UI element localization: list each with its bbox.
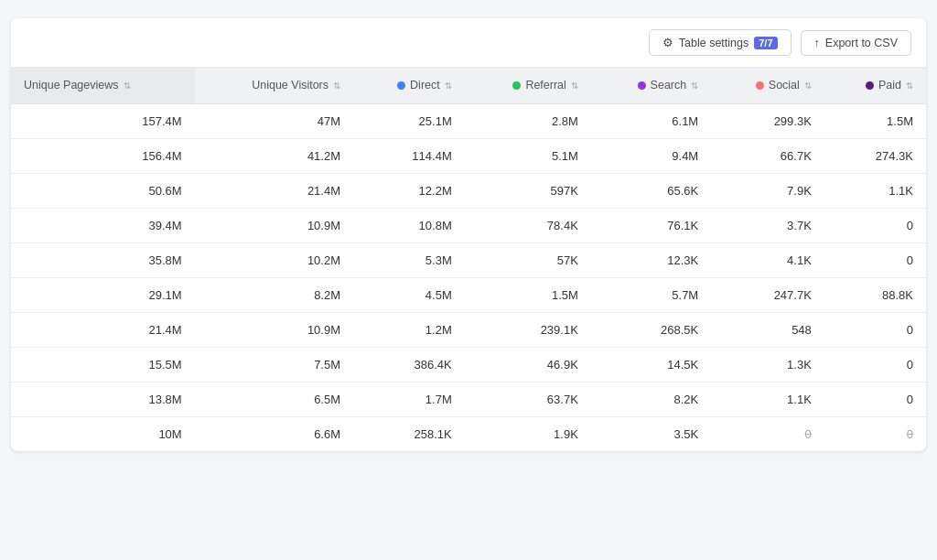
cell-social: 548 [711,312,824,347]
toolbar: ⚙ Table settings 7/7 ↑ Export to CSV [11,18,926,68]
table-row: 50.6M21.4M12.2M597K65.6K7.9K1.1K [11,173,926,208]
cell-search: 3.5K [591,416,711,451]
cell-direct: 10.8M [353,208,465,242]
cell-referral: 57K [465,242,591,277]
sort-icon-search: ⇅ [691,81,698,91]
table-wrapper: Unique Pageviews ⇅ Unique Visitors ⇅ [11,68,926,451]
cell-unique_visitors: 8.2M [195,277,353,312]
sort-icon-social: ⇅ [804,81,812,91]
table-row: 39.4M10.9M10.8M78.4K76.1K3.7K0 [11,208,926,242]
cell-referral: 63.7K [465,382,591,416]
cell-social: 1.1K [711,382,824,416]
sort-icon-unique-pageviews: ⇅ [124,81,131,91]
col-unique-visitors[interactable]: Unique Visitors ⇅ [195,68,353,103]
cell-referral: 5.1M [465,138,591,173]
table-row: 15.5M7.5M386.4K46.9K14.5K1.3K0 [11,347,926,382]
cell-search: 14.5K [591,347,711,382]
table-row: 35.8M10.2M5.3M57K12.3K4.1K0 [11,242,926,277]
cell-unique_pageviews: 50.6M [11,173,195,208]
referral-dot [512,81,521,90]
cell-unique_pageviews: 39.4M [11,208,195,242]
cell-direct: 25.1M [353,103,465,138]
cell-unique_pageviews: 29.1M [11,277,195,312]
cell-paid: 0 [824,242,926,277]
cell-direct: 5.3M [353,242,465,277]
data-table: Unique Pageviews ⇅ Unique Visitors ⇅ [11,68,926,451]
table-row: 29.1M8.2M4.5M1.5M5.7M247.7K88.8K [11,277,926,312]
cell-direct: 4.5M [353,277,465,312]
cell-unique_pageviews: 13.8M [11,382,195,416]
cell-social: 7.9K [711,173,824,208]
cell-social: 0 [711,416,824,451]
cell-social: 1.3K [711,347,824,382]
cell-social: 66.7K [711,138,824,173]
cell-unique_pageviews: 156.4M [11,138,195,173]
col-paid-label: Paid [878,79,901,92]
cell-unique_pageviews: 35.8M [11,242,195,277]
cell-social: 247.7K [711,277,824,312]
cell-social: 4.1K [711,242,824,277]
cell-unique_visitors: 10.2M [195,242,353,277]
cell-direct: 12.2M [353,173,465,208]
cell-referral: 1.9K [465,416,591,451]
social-dot [756,81,764,90]
cell-search: 5.7M [591,277,711,312]
col-paid[interactable]: Paid ⇅ [824,68,926,103]
cell-social: 299.3K [711,103,824,138]
cell-referral: 46.9K [465,347,591,382]
main-container: ⚙ Table settings 7/7 ↑ Export to CSV Uni… [11,18,926,451]
cell-direct: 386.4K [353,347,465,382]
cell-search: 8.2K [591,382,711,416]
cell-paid: 0 [824,347,926,382]
cell-search: 12.3K [591,242,711,277]
sort-icon-referral: ⇅ [571,81,578,91]
col-unique-pageviews[interactable]: Unique Pageviews ⇅ [11,68,195,103]
cell-unique_pageviews: 15.5M [11,347,195,382]
search-dot [638,81,646,90]
col-search-label: Search [651,79,687,92]
col-unique-pageviews-label: Unique Pageviews [24,79,119,92]
cell-search: 76.1K [591,208,711,242]
table-header-row: Unique Pageviews ⇅ Unique Visitors ⇅ [11,68,926,103]
cell-referral: 239.1K [465,312,591,347]
col-direct[interactable]: Direct ⇅ [353,68,465,103]
export-csv-button[interactable]: ↑ Export to CSV [801,30,911,56]
col-social[interactable]: Social ⇅ [711,68,824,103]
cell-direct: 114.4M [353,138,465,173]
col-search[interactable]: Search ⇅ [591,68,711,103]
cell-search: 65.6K [591,173,711,208]
cell-paid: 0 [824,208,926,242]
cell-paid: 274.3K [824,138,926,173]
table-settings-button[interactable]: ⚙ Table settings 7/7 [649,29,792,56]
cell-referral: 597K [465,173,591,208]
sort-icon-direct: ⇅ [445,81,452,91]
col-direct-label: Direct [410,79,440,92]
sort-icon-paid: ⇅ [906,81,913,91]
cell-direct: 1.2M [353,312,465,347]
col-social-label: Social [769,79,800,92]
cell-paid: 1.1K [824,173,926,208]
cell-unique_visitors: 10.9M [195,208,353,242]
cell-referral: 2.8M [465,103,591,138]
cell-paid-value: 0 [907,427,913,441]
paid-dot [866,81,874,90]
cell-paid: 88.8K [824,277,926,312]
cell-unique_visitors: 21.4M [195,173,353,208]
table-row: 13.8M6.5M1.7M63.7K8.2K1.1K0 [11,382,926,416]
direct-dot [397,81,405,90]
table-row: 157.4M47M25.1M2.8M6.1M299.3K1.5M [11,103,926,138]
gear-icon: ⚙ [662,36,673,49]
cell-unique_visitors: 47M [195,103,353,138]
cell-unique_visitors: 6.5M [195,382,353,416]
cell-referral: 1.5M [465,277,591,312]
cell-social: 3.7K [711,208,824,242]
cell-direct: 258.1K [353,416,465,451]
sort-icon-unique-visitors: ⇅ [333,81,340,91]
export-icon: ↑ [814,37,820,49]
cell-social-value: 0 [805,427,812,441]
export-label: Export to CSV [825,37,898,49]
cell-unique_visitors: 7.5M [195,347,353,382]
cell-paid: 0 [824,382,926,416]
cell-search: 6.1M [591,103,711,138]
col-referral[interactable]: Referral ⇅ [465,68,591,103]
